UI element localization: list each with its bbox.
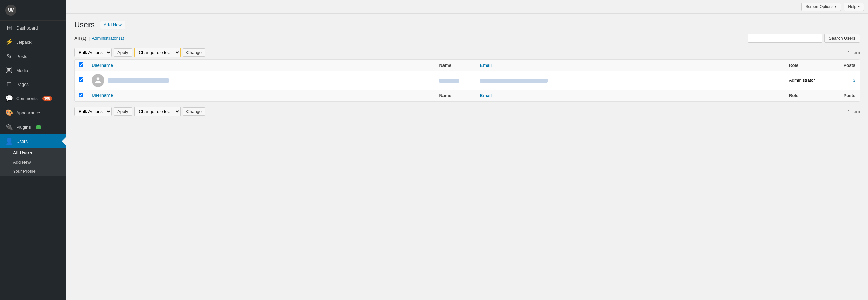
main-content: Screen Options ▾ Help ▾ Users Add New Al… [66, 0, 868, 300]
users-submenu: All Users Add New Your Profile [0, 148, 66, 176]
plugins-badge: 3 [36, 125, 42, 129]
comments-icon: 💬 [5, 95, 13, 102]
filter-admin-label: Administrator [92, 36, 118, 41]
change-role-select-top[interactable]: Change role to... [134, 48, 181, 57]
sidebar-item-dashboard[interactable]: ⊞ Dashboard [0, 21, 66, 35]
row-posts-cell: 3 [839, 71, 860, 90]
sidebar-logo: W [0, 0, 66, 21]
jetpack-icon: ⚡ [5, 38, 13, 46]
filter-all[interactable]: All (1) [74, 36, 86, 41]
tfooter-email[interactable]: Email [476, 90, 785, 101]
submenu-all-users[interactable]: All Users [0, 148, 66, 157]
role-value: Administrator [789, 78, 815, 83]
change-button-top[interactable]: Change [183, 48, 206, 57]
username-sort-link[interactable]: Username [92, 63, 113, 68]
page-header: Users Add New [74, 20, 860, 30]
filter-separator: | [88, 36, 90, 41]
avatar [92, 74, 104, 87]
bulk-actions-select-top[interactable]: Bulk Actions [74, 48, 112, 57]
screen-options-button[interactable]: Screen Options ▾ [801, 3, 841, 11]
screen-options-label: Screen Options [806, 4, 834, 9]
submenu-your-profile[interactable]: Your Profile [0, 167, 66, 176]
row-checkbox[interactable] [79, 77, 83, 82]
filter-bar: All (1) | Administrator (1) Search Users [74, 34, 860, 43]
sidebar-item-label: Jetpack [16, 40, 32, 45]
select-all-checkbox-bottom[interactable] [79, 93, 83, 97]
row-checkbox-cell [75, 71, 87, 90]
dashboard-icon: ⊞ [5, 24, 13, 32]
sidebar-item-pages[interactable]: □ Pages [0, 77, 66, 91]
filter-admin-count: (1) [119, 36, 124, 41]
th-name: Name [435, 60, 476, 71]
plugins-icon: 🔌 [5, 123, 13, 131]
content-area: Users Add New All (1) | Administrator (1… [66, 14, 868, 300]
th-posts: Posts [839, 60, 860, 71]
search-area: Search Users [748, 34, 860, 43]
users-table: Username Name Email Role [75, 60, 860, 101]
media-icon: 🖼 [5, 67, 13, 74]
tfooter-username[interactable]: Username [87, 90, 435, 101]
sidebar-item-jetpack[interactable]: ⚡ Jetpack [0, 35, 66, 49]
sidebar-item-appearance[interactable]: 🎨 Appearance [0, 106, 66, 120]
sidebar-item-users[interactable]: 👤 Users [0, 134, 66, 148]
sidebar-item-label: Comments [16, 96, 38, 101]
comments-badge: 306 [42, 96, 52, 101]
th-role: Role [785, 60, 839, 71]
posts-link[interactable]: 3 [853, 78, 855, 83]
submenu-add-new[interactable]: Add New [0, 157, 66, 167]
screen-options-arrow-icon: ▾ [835, 5, 836, 8]
row-username-cell [87, 71, 435, 90]
apply-button-top[interactable]: Apply [114, 48, 132, 57]
items-count-bottom: 1 item [848, 109, 860, 114]
table-row: Administrator 3 [75, 71, 860, 90]
th-username[interactable]: Username [87, 60, 435, 71]
sidebar-item-label: Pages [16, 82, 29, 87]
filter-all-count: (1) [81, 36, 86, 41]
sidebar-item-posts[interactable]: ✎ Posts [0, 49, 66, 63]
table-header-row: Username Name Email Role [75, 60, 860, 71]
tfooter-checkbox [75, 90, 87, 101]
row-email-cell [476, 71, 785, 90]
username-sort-link-bottom[interactable]: Username [92, 93, 113, 98]
email-sort-link-bottom[interactable]: Email [480, 93, 492, 98]
username-blurred [108, 78, 169, 83]
items-count-top: 1 item [848, 50, 860, 55]
tfooter-name: Name [435, 90, 476, 101]
sidebar-item-media[interactable]: 🖼 Media [0, 63, 66, 77]
sidebar-item-label: Plugins [16, 125, 31, 130]
email-blurred [480, 79, 548, 83]
email-sort-link[interactable]: Email [480, 63, 492, 68]
apply-button-bottom[interactable]: Apply [114, 107, 132, 116]
search-input[interactable] [748, 34, 822, 43]
sidebar: W ⊞ Dashboard ⚡ Jetpack ✎ Posts 🖼 Media … [0, 0, 66, 300]
posts-icon: ✎ [5, 53, 13, 60]
topbar: Screen Options ▾ Help ▾ [66, 0, 868, 14]
pages-icon: □ [5, 81, 13, 88]
active-arrow [62, 137, 66, 145]
bottom-toolbar: Bulk Actions Apply Change role to... Cha… [74, 105, 860, 118]
bulk-actions-select-bottom[interactable]: Bulk Actions [74, 107, 112, 116]
change-role-select-bottom[interactable]: Change role to... [134, 107, 181, 116]
change-button-bottom[interactable]: Change [183, 107, 206, 116]
help-button[interactable]: Help ▾ [844, 3, 864, 11]
add-new-button[interactable]: Add New [100, 21, 125, 29]
select-all-checkbox-top[interactable] [79, 62, 83, 67]
sidebar-item-comments[interactable]: 💬 Comments 306 [0, 91, 66, 106]
users-table-wrapper: Username Name Email Role [74, 59, 860, 102]
table-footer-row: Username Name Email Role [75, 90, 860, 101]
tfooter-role: Role [785, 90, 839, 101]
search-users-button[interactable]: Search Users [824, 34, 860, 43]
th-email[interactable]: Email [476, 60, 785, 71]
appearance-icon: 🎨 [5, 109, 13, 116]
row-role-cell: Administrator [785, 71, 839, 90]
tfooter-posts: Posts [839, 90, 860, 101]
sidebar-item-label: Posts [16, 54, 27, 59]
wordpress-icon: W [5, 5, 16, 16]
users-icon: 👤 [5, 137, 13, 145]
sidebar-item-label: Users [16, 139, 28, 144]
filter-administrator[interactable]: Administrator (1) [92, 36, 124, 41]
row-name-cell [435, 71, 476, 90]
sidebar-item-plugins[interactable]: 🔌 Plugins 3 [0, 120, 66, 134]
sidebar-item-label: Appearance [16, 110, 40, 115]
filter-all-label: All [74, 36, 80, 41]
